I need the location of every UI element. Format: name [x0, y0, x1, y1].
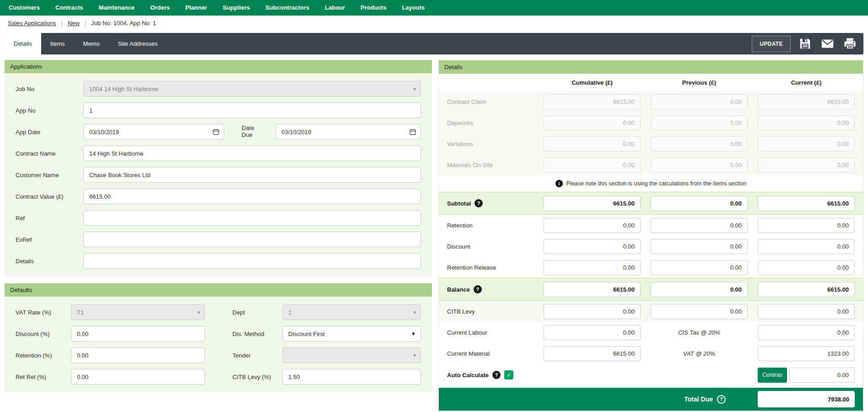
app-date-input[interactable]: [83, 124, 224, 140]
citb-levy-previous-input[interactable]: [651, 304, 748, 319]
retention-current-input[interactable]: [758, 218, 855, 233]
items-calculation-note: i Please note this section is using the …: [439, 175, 863, 192]
tab-details[interactable]: Details: [5, 33, 41, 54]
auto-calculate-row: Auto Calculate ? ✓ Contras: [439, 364, 863, 386]
defaults-panel: Defaults VAT Rate (%) T1 ▾ Dept 1 ▾ Disc…: [5, 283, 432, 392]
cis-tax-label: CIS Tax @ 20%: [651, 329, 748, 336]
subtotal-row: Subtotal ?: [439, 192, 863, 215]
job-no-select: 1004 14 High St Harborne ▾: [83, 81, 421, 97]
breadcrumb-sales-applications[interactable]: Sales Applications: [8, 20, 56, 27]
current-labour-current-input[interactable]: [758, 325, 855, 340]
nav-item-layouts[interactable]: Layouts: [394, 0, 432, 16]
tab-items[interactable]: Items: [41, 33, 74, 54]
subtotal-cumulative-input[interactable]: [544, 196, 641, 211]
date-due-label: Date Due: [242, 125, 263, 139]
applications-panel: Applications Job No 1004 14 High St Harb…: [5, 60, 432, 276]
auto-calculate-checkbox[interactable]: ✓: [504, 370, 513, 379]
dis-method-select[interactable]: Discount First ▼: [282, 326, 421, 342]
nav-item-products[interactable]: Products: [353, 0, 394, 16]
breadcrumb-new[interactable]: New: [68, 20, 80, 27]
nav-item-suppliers[interactable]: Suppliers: [215, 0, 258, 16]
total-due-label: Total Due: [684, 396, 713, 403]
citb-levy-cumulative-input[interactable]: [544, 304, 641, 319]
citb-levy-row: CITB Levy: [439, 301, 863, 322]
contract-value-input[interactable]: [83, 189, 421, 204]
nav-item-planner[interactable]: Planner: [178, 0, 215, 16]
materials-on-site-cumulative-input: [544, 157, 641, 173]
retention-release-current-input[interactable]: [758, 260, 855, 275]
note-text: Please note this section is using the ca…: [566, 180, 747, 187]
contras-input[interactable]: [789, 368, 855, 383]
column-header-previous: Previous (£): [651, 79, 748, 86]
details-input[interactable]: [83, 253, 421, 269]
help-icon[interactable]: ?: [717, 395, 726, 404]
ref-input[interactable]: [83, 210, 421, 226]
tab-site-addresses[interactable]: Site Addresses: [109, 33, 167, 54]
materials-on-site-row: Materials On Site: [439, 154, 863, 175]
discount-pct-label: Discount (%): [16, 331, 71, 337]
nav-item-subcontractors[interactable]: Subcontractors: [258, 0, 317, 16]
balance-current-input[interactable]: [758, 282, 855, 297]
discount-current-input[interactable]: [758, 239, 855, 254]
materials-on-site-current-input: [758, 157, 855, 173]
balance-cumulative-input[interactable]: [544, 282, 641, 297]
help-icon[interactable]: ?: [474, 285, 482, 293]
save-icon: [799, 38, 811, 50]
retention-pct-input[interactable]: [71, 347, 205, 363]
citb-levy-current-input[interactable]: [758, 304, 855, 319]
ret-rel-input[interactable]: [71, 369, 205, 385]
contract-claim-current-input: [758, 94, 855, 109]
nav-item-customers[interactable]: Customers: [1, 0, 48, 16]
current-labour-cumulative-input[interactable]: [544, 325, 641, 340]
balance-previous-input[interactable]: [651, 282, 748, 297]
nav-item-orders[interactable]: Orders: [142, 0, 178, 16]
nav-item-labour[interactable]: Labour: [317, 0, 353, 16]
discount-pct-input[interactable]: [71, 326, 205, 342]
current-material-cumulative-input[interactable]: [544, 346, 641, 361]
date-due-input[interactable]: [275, 124, 421, 140]
retention-release-previous-input[interactable]: [651, 260, 748, 275]
retention-release-cumulative-input[interactable]: [544, 260, 641, 275]
save-button[interactable]: [797, 36, 813, 52]
discount-label: Discount: [447, 243, 544, 250]
tab-actions: UPDATE: [752, 36, 863, 52]
materials-on-site-label: Materials On Site: [447, 162, 544, 168]
current-material-current-input[interactable]: [758, 346, 855, 361]
help-icon[interactable]: ?: [474, 199, 483, 207]
job-no-value: 1004 14 High St Harborne: [89, 86, 158, 92]
variations-previous-input: [651, 136, 748, 152]
dayworks-label: Dayworks: [447, 119, 544, 126]
help-icon[interactable]: ?: [492, 371, 501, 379]
discount-previous-input[interactable]: [651, 239, 748, 254]
contras-button[interactable]: Contras: [758, 368, 787, 383]
nav-item-contracts[interactable]: Contracts: [48, 0, 91, 16]
customer-name-label: Customer Name: [16, 172, 83, 179]
app-date-field: [83, 124, 224, 140]
app-no-input[interactable]: [83, 103, 421, 118]
email-button[interactable]: [819, 36, 836, 52]
retention-previous-input[interactable]: [651, 218, 748, 233]
current-labour-label: Current Labour: [447, 329, 544, 336]
chevron-down-icon: ▾: [413, 310, 416, 315]
printer-icon: [843, 37, 857, 50]
tender-select: ▾: [282, 347, 421, 363]
subtotal-current-input[interactable]: [758, 196, 855, 211]
variations-label: Variations: [447, 141, 544, 147]
nav-item-maintenance[interactable]: Maintenance: [91, 0, 143, 16]
ref-label: Ref: [16, 215, 83, 222]
update-button[interactable]: UPDATE: [752, 36, 791, 52]
retention-cumulative-input[interactable]: [544, 218, 641, 233]
breadcrumb-separator: |: [61, 20, 63, 27]
subtotal-previous-input[interactable]: [651, 196, 748, 211]
variations-cumulative-input: [544, 136, 641, 152]
exref-input[interactable]: [83, 232, 421, 247]
calendar-icon[interactable]: [212, 128, 220, 136]
citb-levy-pct-input[interactable]: [282, 369, 421, 385]
discount-cumulative-input[interactable]: [544, 239, 641, 254]
calendar-icon[interactable]: [409, 128, 416, 136]
contract-name-input[interactable]: [83, 146, 421, 161]
print-button[interactable]: [841, 36, 858, 52]
retention-release-row: Retention Release: [439, 257, 863, 278]
tab-memo[interactable]: Memo: [74, 33, 109, 54]
customer-name-input[interactable]: [83, 167, 421, 183]
